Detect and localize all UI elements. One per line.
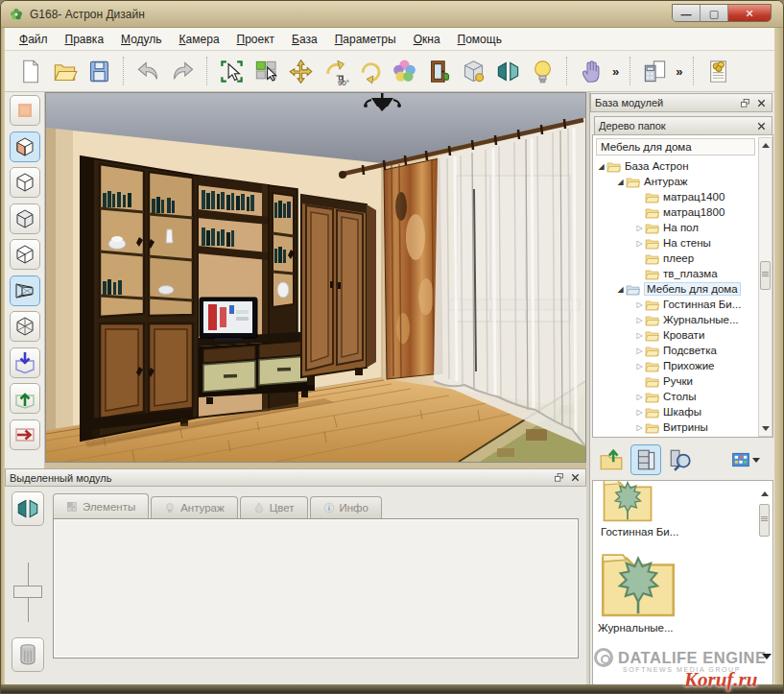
menu-база[interactable]: База — [283, 30, 326, 49]
white-view-button[interactable] — [10, 167, 40, 198]
mirror-view-button[interactable] — [490, 53, 525, 89]
texture-button[interactable] — [456, 53, 490, 89]
thumbnail-item[interactable]: Журнальные... — [598, 544, 678, 634]
float-panel-icon[interactable] — [552, 471, 565, 485]
float-panel-icon[interactable] — [738, 96, 751, 109]
tab-elements[interactable]: Элементы — [53, 493, 149, 518]
tree-scrollbar[interactable] — [758, 137, 772, 437]
export-up-button[interactable] — [10, 383, 40, 414]
tree-node[interactable]: ▷Витрины — [596, 419, 757, 435]
menu-окна[interactable]: Окна — [405, 30, 449, 49]
base-panel-header[interactable]: База модулей — [590, 93, 772, 112]
new-document-button[interactable] — [12, 53, 47, 89]
tv[interactable] — [200, 298, 257, 341]
folder-up-button[interactable] — [596, 444, 627, 475]
undo-button[interactable] — [131, 53, 165, 89]
tree-node[interactable]: ▷Прихожие — [596, 358, 757, 373]
tree-node[interactable]: ▷На пол — [596, 220, 757, 235]
delete-trash-button[interactable] — [12, 637, 44, 672]
pan-hand-button[interactable] — [574, 53, 608, 89]
thumbnail-item[interactable]: Гостинная Би... — [601, 480, 678, 538]
tree-collapsed-icon[interactable]: ▷ — [634, 224, 645, 232]
minimize-button[interactable]: — — [673, 5, 701, 22]
dropdown-caret-icon[interactable] — [752, 458, 760, 463]
mirror-button[interactable] — [12, 491, 44, 526]
calculator-report-button[interactable] — [637, 53, 672, 89]
tree-collapsed-icon[interactable]: ▷ — [634, 423, 645, 432]
import-module-button[interactable] — [10, 347, 40, 378]
material-door-button[interactable] — [421, 53, 456, 89]
perspective-view-button[interactable] — [10, 275, 40, 306]
module-search-button[interactable] — [665, 444, 696, 475]
tree-collapsed-icon[interactable]: ▷ — [634, 347, 645, 355]
grid-view-button[interactable] — [730, 444, 761, 475]
list-scroll-down-icon[interactable] — [762, 654, 772, 659]
tab-color[interactable]: Цвет — [240, 496, 308, 518]
tree-collapsed-icon[interactable]: ▷ — [634, 408, 645, 417]
tab-info[interactable]: Инфо — [310, 496, 382, 518]
redo-button[interactable] — [165, 53, 200, 89]
selected-module-header[interactable]: Выделенный модуль — [5, 468, 586, 487]
list-scroll-up-icon[interactable] — [759, 489, 770, 499]
patterned-curtain[interactable] — [384, 158, 442, 379]
tab-decor[interactable]: Антураж — [151, 496, 238, 518]
tree-node[interactable]: ▷Кровати — [596, 327, 757, 343]
tree-node[interactable]: плеер — [596, 251, 757, 266]
menu-модуль[interactable]: Модуль — [112, 30, 171, 49]
tree-node[interactable]: ▷Гостинная Би... — [596, 297, 757, 312]
tree-node[interactable]: ▷Подсветка — [596, 343, 757, 358]
tree-node[interactable]: ▷На стены — [596, 235, 757, 251]
tree-scroll-down-icon[interactable] — [760, 423, 771, 434]
tree-collapsed-icon[interactable]: ▷ — [634, 331, 645, 340]
maximize-button[interactable]: ▢ — [701, 5, 728, 22]
module-elements-area[interactable] — [53, 518, 579, 658]
close-panel-icon[interactable] — [568, 471, 582, 485]
tree-collapsed-icon[interactable]: ▷ — [634, 300, 645, 309]
wardrobe[interactable] — [301, 195, 376, 385]
menu-камера[interactable]: Камера — [171, 30, 228, 49]
title-bar[interactable]: G168- Астрон Дизайн — ▢ ✕ — [1, 1, 784, 28]
toolbar-overflow-chevron[interactable]: » — [672, 64, 686, 79]
menu-помощь[interactable]: Помощь — [449, 30, 511, 49]
tree-node[interactable]: ▷Шкафы — [596, 404, 757, 419]
toolbar-overflow-chevron[interactable]: » — [608, 64, 623, 79]
colors-button[interactable] — [387, 53, 421, 89]
flat-view-button[interactable] — [10, 95, 40, 126]
tree-scroll-thumb[interactable] — [760, 261, 771, 290]
light-button[interactable] — [525, 53, 559, 89]
tree-node[interactable]: матрац1800 — [596, 204, 757, 220]
close-button[interactable]: ✕ — [728, 5, 771, 22]
database-name-row[interactable]: Мебель для дома — [596, 138, 755, 156]
tree-expanded-icon[interactable]: ◢ — [596, 162, 606, 171]
tree-collapsed-icon[interactable]: ▷ — [634, 362, 645, 371]
scale-slider[interactable] — [12, 562, 44, 622]
list-scroll-thumb[interactable] — [759, 504, 770, 537]
save-file-button[interactable] — [82, 53, 116, 89]
viewport-3d[interactable] — [45, 92, 586, 463]
tree-node[interactable]: Ручки — [596, 373, 757, 389]
shaded-view-button[interactable] — [10, 203, 40, 234]
tree-expanded-icon[interactable]: ◢ — [615, 285, 626, 294]
rotate-90-button[interactable]: 90° — [318, 53, 352, 89]
modules-view-button[interactable] — [630, 444, 661, 475]
tree-node[interactable]: тв_плазма — [596, 266, 757, 281]
wireframe-view-button[interactable] — [10, 311, 40, 342]
open-view-button[interactable] — [10, 239, 40, 270]
slider-handle[interactable] — [13, 586, 42, 598]
tree-node[interactable]: матрац1400 — [596, 189, 757, 204]
tree-scroll-up-icon[interactable] — [760, 140, 771, 151]
solid-view-button[interactable] — [10, 132, 40, 162]
menu-проект[interactable]: Проект — [228, 30, 284, 49]
tree-collapsed-icon[interactable]: ▷ — [634, 316, 645, 324]
menu-параметры[interactable]: Параметры — [326, 30, 405, 49]
tree-node[interactable]: ◢Антураж — [596, 174, 757, 189]
menu-правка[interactable]: Правка — [57, 30, 113, 49]
select-button[interactable] — [214, 53, 249, 89]
tree-node[interactable]: ◢База Астрон — [596, 158, 757, 174]
move-button[interactable] — [283, 53, 318, 89]
close-tree-icon[interactable] — [754, 119, 768, 132]
tree-panel-header[interactable]: Дерево папок — [594, 116, 772, 135]
close-panel-icon[interactable] — [754, 96, 768, 109]
estimate-button[interactable] — [701, 53, 735, 89]
tree-collapsed-icon[interactable]: ▷ — [634, 393, 645, 401]
